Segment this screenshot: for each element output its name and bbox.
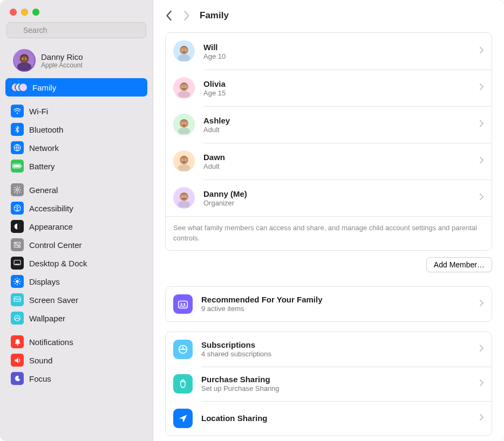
recommended-row[interactable]: Recommended For Your Family 9 active ite… xyxy=(166,287,492,321)
member-sub: Adult xyxy=(203,162,225,170)
member-text: Dawn Adult xyxy=(203,153,225,170)
svg-point-29 xyxy=(17,344,18,346)
chevron-right-icon xyxy=(479,344,484,354)
svg-point-32 xyxy=(180,46,188,54)
svg-point-20 xyxy=(15,243,16,244)
svg-point-49 xyxy=(182,123,183,123)
recommended-sub: 9 active items xyxy=(201,305,323,313)
svg-point-56 xyxy=(182,160,183,160)
sidebar-item-desktopdock[interactable]: Desktop & Dock xyxy=(5,254,147,272)
sidebar: Danny Rico Apple Account Family Wi-Fi xyxy=(0,0,153,441)
desktop-dock-icon xyxy=(11,257,24,270)
chevron-right-icon xyxy=(479,83,484,93)
sidebar-item-sound[interactable]: Sound xyxy=(5,351,147,369)
member-text: Will Age 10 xyxy=(203,43,226,60)
sidebar-item-wifi[interactable]: Wi-Fi xyxy=(5,102,147,120)
sidebar-item-wallpaper[interactable]: Wallpaper xyxy=(5,309,147,327)
svg-point-5 xyxy=(21,56,28,63)
purchase-sharing-title: Purchase Sharing xyxy=(201,375,280,384)
location-sharing-title: Location Sharing xyxy=(201,414,268,423)
family-member-row[interactable]: Will Age 10 xyxy=(166,33,492,70)
sidebar-item-label: Wallpaper xyxy=(29,314,65,323)
subscriptions-icon xyxy=(173,340,193,359)
member-avatar xyxy=(173,77,195,99)
svg-point-43 xyxy=(185,86,186,87)
recommended-text: Recommended For Your Family 9 active ite… xyxy=(201,295,323,313)
zoom-window-button[interactable] xyxy=(32,9,39,16)
search-container xyxy=(0,20,153,44)
sidebar-item-notifications[interactable]: Notifications xyxy=(5,333,147,351)
location-sharing-row[interactable]: Location Sharing xyxy=(166,401,492,436)
sidebar-item-label: Wi-Fi xyxy=(29,107,48,116)
account-avatar xyxy=(13,49,36,72)
purchase-sharing-icon xyxy=(173,374,193,394)
member-text: Ashley Adult xyxy=(203,116,230,134)
svg-rect-65 xyxy=(179,301,188,308)
sound-icon xyxy=(11,354,24,367)
sidebar-item-label: Battery xyxy=(29,162,55,171)
svg-point-35 xyxy=(182,50,183,50)
svg-point-60 xyxy=(180,192,188,201)
chevron-right-icon xyxy=(479,299,484,309)
sidebar-item-bluetooth[interactable]: Bluetooth xyxy=(5,120,147,139)
add-member-row: Add Member… xyxy=(165,257,492,272)
add-member-button[interactable]: Add Member… xyxy=(426,257,492,272)
sidebar-item-label: Network xyxy=(29,143,59,153)
subscriptions-title: Subscriptions xyxy=(201,340,271,349)
subscriptions-row[interactable]: Subscriptions 4 shared subscriptions xyxy=(166,332,492,367)
family-member-row[interactable]: Olivia Age 15 xyxy=(166,70,492,106)
location-sharing-text: Location Sharing xyxy=(201,414,268,423)
network-icon xyxy=(11,141,24,154)
svg-point-46 xyxy=(180,119,188,128)
page-title: Family xyxy=(200,10,229,21)
recommended-title: Recommended For Your Family xyxy=(201,295,323,304)
svg-point-8 xyxy=(22,58,23,59)
sidebar-item-screensaver[interactable]: Screen Saver xyxy=(5,291,147,309)
focus-icon xyxy=(11,372,24,385)
family-avatars-icon xyxy=(11,81,27,94)
member-name: Dawn xyxy=(203,153,225,162)
battery-icon xyxy=(11,160,24,173)
sidebar-item-network[interactable]: Network xyxy=(5,139,147,157)
svg-point-67 xyxy=(183,303,186,305)
recommended-panel: Recommended For Your Family 9 active ite… xyxy=(165,286,492,322)
search-input[interactable] xyxy=(6,22,146,38)
sidebar-item-label: Accessibility xyxy=(29,204,73,213)
minimize-window-button[interactable] xyxy=(21,9,28,16)
family-member-row[interactable]: Dawn Adult xyxy=(166,143,492,180)
svg-rect-21 xyxy=(14,245,21,247)
sidebar-item-accessibility[interactable]: Accessibility xyxy=(5,199,147,217)
svg-rect-14 xyxy=(21,166,22,167)
chevron-right-icon xyxy=(479,46,484,56)
sidebar-item-focus[interactable]: Focus xyxy=(5,369,147,388)
sidebar-item-general[interactable]: General xyxy=(5,181,147,199)
svg-point-25 xyxy=(16,280,18,282)
chevron-right-icon xyxy=(479,156,484,166)
settings-window: Danny Rico Apple Account Family Wi-Fi xyxy=(0,0,504,441)
sidebar-item-displays[interactable]: Displays xyxy=(5,272,147,291)
purchase-sharing-row[interactable]: Purchase Sharing Set up Purchase Sharing xyxy=(166,367,492,401)
svg-point-36 xyxy=(185,50,186,50)
close-window-button[interactable] xyxy=(10,9,17,16)
family-member-row[interactable]: Danny (Me) Organizer xyxy=(166,180,492,216)
member-name: Olivia xyxy=(203,79,226,88)
sidebar-item-label: General xyxy=(29,185,58,195)
sidebar-item-family[interactable]: Family xyxy=(5,78,147,97)
sidebar-item-controlcenter[interactable]: Control Center xyxy=(5,236,147,254)
subscriptions-text: Subscriptions 4 shared subscriptions xyxy=(201,340,271,358)
sidebar-item-label: Screen Saver xyxy=(29,295,78,305)
svg-point-9 xyxy=(25,58,26,59)
recommended-icon xyxy=(173,294,193,314)
sidebar-item-appearance[interactable]: Appearance xyxy=(5,217,147,236)
member-avatar xyxy=(173,40,195,62)
sidebar-item-battery[interactable]: Battery xyxy=(5,157,147,175)
family-member-row[interactable]: Ashley Adult xyxy=(166,106,492,143)
content-pane: Family Will Age 10 xyxy=(153,0,504,441)
account-row[interactable]: Danny Rico Apple Account xyxy=(0,44,153,78)
nav-back-button[interactable] xyxy=(163,10,174,22)
svg-point-64 xyxy=(185,196,186,197)
chevron-right-icon xyxy=(479,379,484,389)
displays-icon xyxy=(11,275,24,288)
svg-rect-24 xyxy=(15,264,19,264)
sidebar-item-label: Notifications xyxy=(29,337,73,347)
